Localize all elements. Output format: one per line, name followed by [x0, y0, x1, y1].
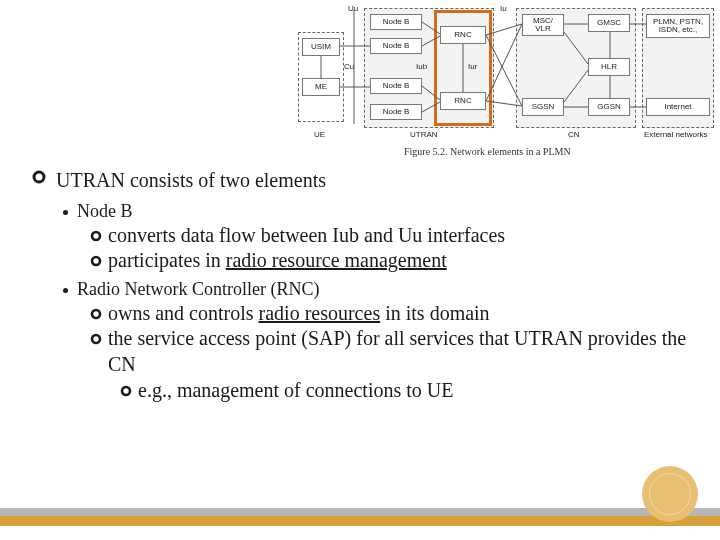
svg-point-21 — [34, 172, 44, 182]
footer-shadow — [0, 508, 720, 516]
text-rnc-sap: the service access point (SAP) for all s… — [108, 326, 692, 377]
text-nodeb-participates: participates in radio resource managemen… — [108, 248, 692, 274]
plmn-diagram: USIM ME Node B Node B Node B Node B RNC … — [298, 4, 718, 154]
svg-point-28 — [122, 387, 130, 395]
label-cn: CN — [568, 130, 580, 139]
bullet-lvl4-eg: e.g., management of connections to UE — [120, 378, 692, 404]
svg-point-24 — [92, 257, 100, 265]
iface-uu: Uu — [348, 4, 358, 13]
open-donut-icon — [120, 385, 132, 397]
label-utran: UTRAN — [410, 130, 438, 139]
bullet-lvl3-rnc-owns: owns and controls radio resources in its… — [90, 301, 692, 327]
label-ue: UE — [314, 130, 325, 139]
iface-iur: Iur — [468, 62, 477, 71]
footer-bar — [0, 516, 720, 526]
text-eg: e.g., management of connections to UE — [138, 378, 692, 404]
solid-dot-icon — [62, 287, 69, 294]
svg-point-23 — [92, 232, 100, 240]
bullet-lvl3-nodeb-participates: participates in radio resource managemen… — [90, 248, 692, 274]
bullet-lvl3-nodeb-converts: converts data flow between Iub and Uu in… — [90, 223, 692, 249]
open-donut-icon — [90, 255, 102, 267]
svg-line-9 — [486, 24, 522, 35]
text-owns-b: in its domain — [380, 302, 489, 324]
iface-iub: Iub — [416, 62, 427, 71]
iface-iu: Iu — [500, 4, 507, 13]
iface-cu: Cu — [344, 62, 354, 71]
text-owns-a: owns and controls — [108, 302, 259, 324]
open-donut-icon — [90, 308, 102, 320]
svg-line-15 — [564, 32, 588, 64]
svg-line-12 — [486, 101, 522, 106]
open-donut-icon — [32, 170, 46, 184]
label-ext: External networks — [644, 130, 708, 139]
open-donut-icon — [90, 230, 102, 242]
svg-line-10 — [486, 35, 522, 106]
svg-point-25 — [63, 288, 68, 293]
svg-line-6 — [422, 86, 440, 100]
open-donut-icon — [90, 333, 102, 345]
solid-dot-icon — [62, 209, 69, 216]
bullet-lvl2-rnc: Radio Network Controller (RNC) — [62, 278, 692, 301]
diagram-figure: USIM ME Node B Node B Node B Node B RNC … — [298, 4, 718, 154]
text-rnc-title: Radio Network Controller (RNC) — [77, 278, 692, 301]
svg-line-7 — [422, 102, 440, 112]
text-nodeb-converts: converts data flow between Iub and Uu in… — [108, 223, 692, 249]
svg-line-4 — [422, 22, 440, 34]
underline-radio-resources: radio resources — [259, 302, 381, 324]
svg-line-16 — [564, 70, 588, 102]
bullet-content: UTRAN consists of two elements Node B co… — [32, 168, 692, 403]
svg-point-27 — [92, 335, 100, 343]
bullet-lvl3-rnc-sap: the service access point (SAP) for all s… — [90, 326, 692, 377]
text-nodeb-title: Node B — [77, 200, 692, 223]
text-utran-consists: UTRAN consists of two elements — [56, 168, 692, 194]
svg-point-22 — [63, 210, 68, 215]
footer-circle-inner-icon — [649, 473, 691, 515]
text-rnc-owns: owns and controls radio resources in its… — [108, 301, 692, 327]
underline-rrm: radio resource management — [226, 249, 447, 271]
slide: USIM ME Node B Node B Node B Node B RNC … — [0, 0, 720, 540]
bullet-lvl2-nodeb: Node B — [62, 200, 692, 223]
svg-line-11 — [486, 24, 522, 101]
svg-point-26 — [92, 310, 100, 318]
svg-line-5 — [422, 36, 440, 46]
text-part-a: participates in — [108, 249, 226, 271]
figure-caption: Figure 5.2. Network elements in a PLMN — [404, 146, 571, 157]
bullet-lvl1-utran: UTRAN consists of two elements — [32, 168, 692, 194]
